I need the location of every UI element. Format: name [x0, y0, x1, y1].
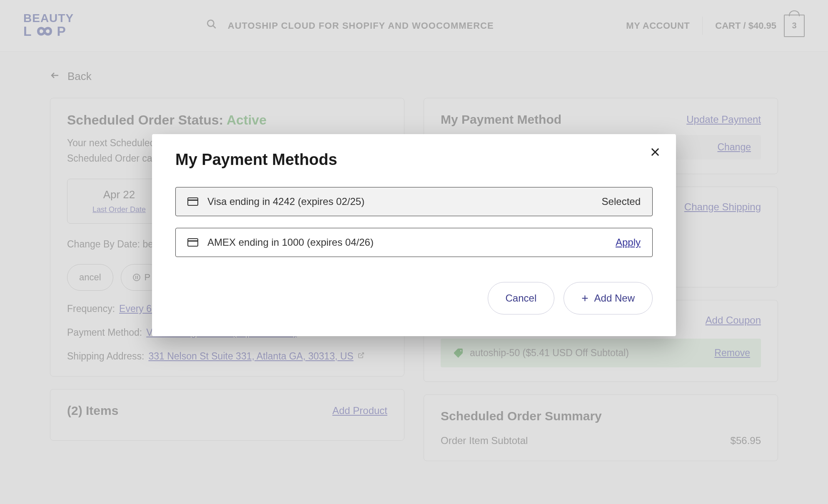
apply-payment-link[interactable]: Apply [616, 237, 641, 248]
modal-overlay[interactable]: My Payment Methods Visa ending in 4242 (… [0, 0, 828, 504]
payment-method-label: Visa ending in 4242 (expires 02/25) [207, 196, 364, 207]
payment-method-status: Selected [602, 196, 641, 207]
modal-add-new-button[interactable]: + Add New [564, 282, 653, 314]
plus-icon: + [581, 292, 588, 305]
modal-cancel-button[interactable]: Cancel [488, 282, 555, 314]
payment-method-row[interactable]: AMEX ending in 1000 (expires 04/26) Appl… [175, 228, 653, 257]
payment-methods-modal: My Payment Methods Visa ending in 4242 (… [152, 134, 676, 336]
credit-card-icon [187, 197, 198, 206]
credit-card-icon [187, 238, 198, 247]
payment-method-row[interactable]: Visa ending in 4242 (expires 02/25) Sele… [175, 187, 653, 216]
modal-add-new-label: Add New [594, 292, 635, 304]
close-icon[interactable] [649, 146, 661, 161]
modal-cancel-label: Cancel [506, 292, 537, 304]
modal-title: My Payment Methods [175, 151, 653, 169]
payment-method-label: AMEX ending in 1000 (expires 04/26) [207, 237, 374, 248]
